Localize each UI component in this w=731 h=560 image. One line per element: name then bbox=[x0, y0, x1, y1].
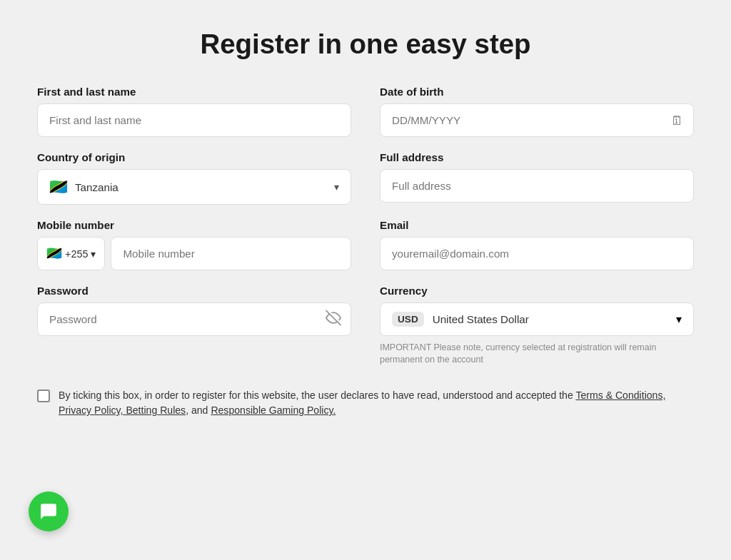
country-flag: 🇹🇿 bbox=[49, 178, 68, 195]
mobile-field-group: Mobile number 🇹🇿 +255 ▾ bbox=[37, 219, 351, 270]
phone-prefix-value: +255 bbox=[65, 248, 88, 260]
dob-input-wrapper: 🗓 bbox=[380, 103, 694, 137]
address-input[interactable] bbox=[380, 169, 694, 203]
password-input[interactable] bbox=[37, 302, 351, 336]
dob-label: Date of birth bbox=[380, 86, 694, 98]
mobile-label: Mobile number bbox=[37, 219, 351, 231]
dob-input[interactable] bbox=[380, 103, 694, 137]
email-field-group: Email bbox=[380, 219, 694, 270]
phone-prefix-selector[interactable]: 🇹🇿 +255 ▾ bbox=[37, 237, 105, 270]
currency-select[interactable]: USD United States Dollar ▾ bbox=[380, 302, 694, 336]
terms-conditions-link[interactable]: Terms & Conditions, Privacy Policy, Bett… bbox=[59, 390, 665, 416]
calendar-icon: 🗓 bbox=[671, 113, 684, 128]
terms-checkbox[interactable] bbox=[37, 390, 50, 402]
chevron-down-icon: ▾ bbox=[334, 181, 339, 193]
mobile-input[interactable] bbox=[111, 237, 351, 270]
phone-prefix-chevron: ▾ bbox=[91, 248, 96, 260]
terms-text: By ticking this box, in order to registe… bbox=[59, 388, 694, 418]
chat-button[interactable] bbox=[29, 492, 69, 531]
eye-slash-icon[interactable] bbox=[326, 310, 341, 329]
terms-row: By ticking this box, in order to registe… bbox=[37, 388, 694, 418]
name-label: First and last name bbox=[37, 86, 351, 98]
country-label: Country of origin bbox=[37, 151, 351, 163]
registration-container: Register in one easy step First and last… bbox=[16, 14, 715, 447]
mobile-row: 🇹🇿 +255 ▾ bbox=[37, 237, 351, 270]
phone-flag: 🇹🇿 bbox=[46, 246, 62, 261]
email-input[interactable] bbox=[380, 237, 694, 270]
country-select[interactable]: 🇹🇿 Tanzania ▾ bbox=[37, 169, 351, 205]
email-label: Email bbox=[380, 219, 694, 231]
password-wrapper bbox=[37, 302, 351, 336]
name-input[interactable] bbox=[37, 103, 351, 137]
country-value: Tanzania bbox=[75, 181, 334, 193]
responsible-gaming-link[interactable]: Responsible Gaming Policy. bbox=[211, 404, 336, 416]
currency-name: United States Dollar bbox=[433, 313, 676, 325]
password-field-group: Password bbox=[37, 285, 351, 367]
page-title: Register in one easy step bbox=[37, 29, 694, 60]
address-label: Full address bbox=[380, 151, 694, 163]
registration-form: First and last name Date of birth 🗓 Coun… bbox=[37, 86, 694, 418]
currency-field-group: Currency USD United States Dollar ▾ IMPO… bbox=[380, 285, 694, 367]
address-field-group: Full address bbox=[380, 151, 694, 205]
dob-field-group: Date of birth 🗓 bbox=[380, 86, 694, 137]
name-field-group: First and last name bbox=[37, 86, 351, 137]
password-label: Password bbox=[37, 285, 351, 297]
currency-chevron-icon: ▾ bbox=[676, 312, 682, 326]
currency-label: Currency bbox=[380, 285, 694, 297]
currency-note: IMPORTANT Please note, currency selected… bbox=[380, 342, 694, 367]
country-field-group: Country of origin 🇹🇿 Tanzania ▾ bbox=[37, 151, 351, 205]
currency-code: USD bbox=[392, 312, 424, 327]
